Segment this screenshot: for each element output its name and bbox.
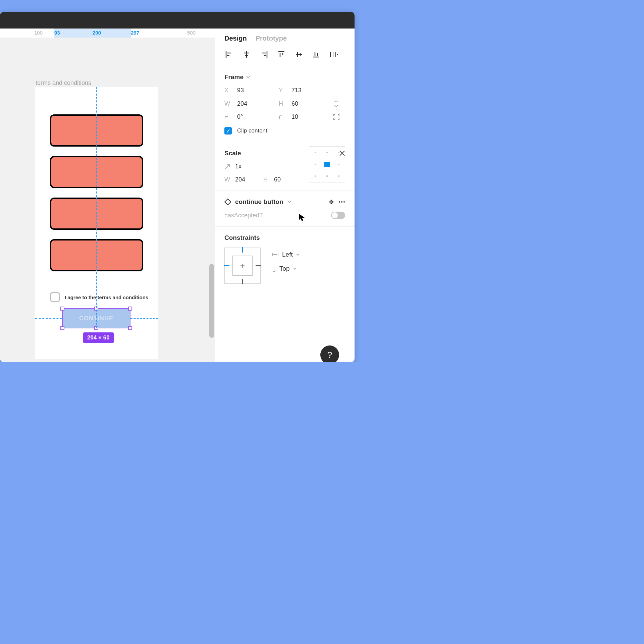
align-top-icon[interactable] [277,50,286,58]
boolean-toggle[interactable] [331,212,345,219]
align-left-icon[interactable] [224,50,234,58]
selection-dimensions-badge: 204 × 60 [83,332,114,343]
ruler-tick: 93 [54,30,60,36]
checkbox-checked-icon[interactable]: ✓ [224,127,232,135]
align-v-center-icon[interactable] [294,50,304,58]
constraint-horizontal-select[interactable]: Left [272,251,300,258]
terms-checkbox-row[interactable]: I agree to the terms and conditions [50,292,148,302]
main-columns: 100 93 200 297 500 terms and conditions … [0,29,355,362]
frame-h-input[interactable]: 60 [291,100,328,107]
rotation-icon [224,114,232,120]
frame-title-text: Frame [224,73,244,81]
chevron-down-icon[interactable] [287,201,291,203]
ruler-tick: 500 [187,30,196,36]
scale-origin-grid[interactable] [309,146,345,182]
label-y: Y [279,87,287,94]
scale-title: Scale [224,150,241,157]
cursor-icon [298,213,306,222]
canvas-panel: 100 93 200 297 500 terms and conditions … [0,29,215,362]
canvas[interactable]: terms and conditions I agree to the term… [0,38,215,362]
individual-corners-icon[interactable] [333,114,345,120]
link-dimensions-icon[interactable] [333,100,345,107]
align-h-center-icon[interactable] [242,50,251,58]
scale-origin-selected[interactable] [324,162,330,167]
frame-properties: X 93 Y 713 W 204 H 60 0° 10 [224,87,345,120]
svg-point-0 [339,201,340,203]
component-prop-name: hasAcceptedT... [224,212,267,219]
frame-y-input[interactable]: 713 [291,87,328,94]
radius-icon [279,114,287,120]
chevron-down-icon [246,76,250,78]
inspector-tabs: Design Prototype [215,29,355,47]
label-w: W [224,176,230,183]
scale-arrow-icon [224,164,230,170]
scale-factor-input[interactable]: 1x [235,163,241,170]
distance-guide [130,318,158,319]
align-right-icon[interactable] [259,50,269,58]
component-variants-icon[interactable] [328,199,334,205]
chevron-down-icon [293,268,297,270]
top-ruler[interactable]: 100 93 200 297 500 [0,29,215,38]
app-window: 100 93 200 297 500 terms and conditions … [0,12,355,362]
scale-section: Scale 1x W 204 H 60 [215,142,355,191]
frame-rotation-input[interactable]: 0° [237,113,274,120]
label-h: H [263,176,269,183]
constraints-title: Constraints [224,234,345,241]
terms-checkbox-label: I agree to the terms and conditions [65,294,148,300]
frame-x-input[interactable]: 93 [237,87,274,94]
label-h: H [279,100,287,107]
scale-h-input[interactable]: 60 [274,176,281,183]
alignment-row [215,47,355,66]
component-name[interactable]: continue button [235,198,283,206]
svg-point-2 [343,201,345,203]
clip-content-row[interactable]: ✓ Clip content [224,127,345,135]
frame-w-input[interactable]: 204 [237,100,274,107]
align-bottom-icon[interactable] [312,50,321,58]
titlebar [0,12,355,29]
label-x: X [224,87,232,94]
svg-point-1 [341,201,342,203]
clip-content-label: Clip content [237,127,267,134]
constraint-horizontal-value: Left [282,251,293,258]
chevron-down-icon [296,254,300,256]
more-icon[interactable] [338,201,345,203]
help-button[interactable]: ? [320,345,339,362]
label-w: W [224,100,232,107]
frame-section-title[interactable]: Frame [224,73,345,81]
tab-prototype[interactable]: Prototype [256,35,287,42]
tab-design[interactable]: Design [224,35,247,42]
distribute-icon[interactable] [329,50,338,58]
vertical-icon [272,265,276,272]
distance-guide [35,318,62,319]
component-section: continue button hasAcceptedT... [215,191,355,227]
scale-w-input[interactable]: 204 [235,176,259,183]
constraint-vertical-value: Top [279,265,290,272]
constraint-vertical-select[interactable]: Top [272,265,300,272]
ruler-tick: 297 [131,30,139,36]
ruler-tick: 200 [93,30,101,36]
checkbox-icon[interactable] [50,292,60,302]
canvas-scrollbar[interactable] [209,264,214,338]
center-guide-vertical [96,87,97,328]
ruler-tick: 100 [34,30,43,36]
component-icon [224,199,231,205]
constraints-section: Constraints + Left [215,227,355,291]
frame-label[interactable]: terms and conditions [36,79,91,87]
constraints-diagram[interactable]: + [224,248,261,284]
frame-radius-input[interactable]: 10 [291,113,328,120]
horizontal-icon [272,253,279,257]
inspector-panel: Design Prototype Frame X [215,29,355,362]
frame-section: Frame X 93 Y 713 W 204 H 60 0° [215,66,355,142]
